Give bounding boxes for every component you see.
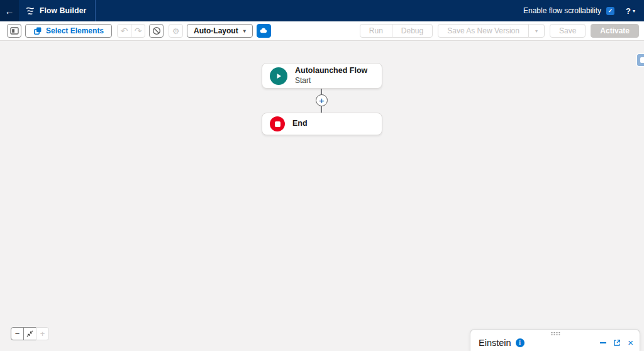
select-elements-button[interactable]: Select Elements	[25, 24, 112, 38]
save-as-new-version-button[interactable]: Save As New Version	[438, 24, 529, 38]
toggle-toolbox-button[interactable]	[7, 24, 21, 38]
activate-label: Activate	[600, 26, 630, 35]
undo-redo-group: ↶ ↷	[117, 24, 145, 38]
info-icon[interactable]: i	[516, 338, 525, 347]
einstein-panel-actions: ×	[600, 338, 633, 347]
start-node-text: Autolaunched Flow Start	[295, 66, 367, 86]
deactivate-flow-button[interactable]	[149, 24, 164, 38]
zoom-out-button[interactable]: −	[11, 327, 24, 340]
fit-to-view-button[interactable]	[23, 327, 36, 340]
end-node-title: End	[292, 119, 308, 129]
select-elements-label: Select Elements	[46, 26, 104, 35]
chevron-down-icon: ▾	[633, 8, 635, 14]
docked-panel-toggle-button[interactable]	[636, 53, 644, 67]
start-node-title: Autolaunched Flow	[295, 66, 367, 76]
back-button[interactable]: ←	[0, 0, 19, 21]
app-tab: Flow Builder	[19, 0, 96, 21]
zoom-in-button[interactable]: +	[36, 327, 49, 340]
debug-label: Debug	[401, 26, 423, 35]
gear-icon: ⚙	[172, 27, 180, 35]
chevron-down-icon: ▾	[243, 28, 246, 34]
scrollability-label: Enable flow scrollability	[523, 6, 601, 15]
einstein-panel-title: Einstein	[479, 338, 511, 348]
run-label: Run	[369, 26, 383, 35]
plus-icon: +	[319, 96, 325, 105]
start-play-icon	[270, 67, 287, 85]
end-stop-icon	[270, 116, 285, 131]
layout-select-value: Auto-Layout	[194, 26, 238, 35]
app-header: ← Flow Builder Enable flow scrollability…	[0, 0, 644, 21]
run-debug-group: Run Debug	[360, 24, 433, 38]
header-right: Enable flow scrollability ✓ ? ▾	[523, 6, 644, 16]
checkmark-icon: ✓	[608, 8, 613, 14]
docked-panel-icon	[640, 57, 644, 63]
flow-builder-logo-icon	[25, 6, 35, 16]
select-elements-icon	[33, 26, 42, 35]
collapse-arrows-icon	[26, 330, 33, 337]
help-icon: ?	[626, 6, 631, 16]
panel-toggle-icon	[10, 27, 19, 35]
minimize-icon[interactable]	[600, 342, 606, 343]
save-as-menu-button[interactable]: ▾	[528, 24, 545, 38]
help-menu-button[interactable]: ? ▾	[626, 6, 635, 16]
save-as-group: Save As New Version ▾	[438, 24, 545, 38]
save-as-new-version-label: Save As New Version	[447, 26, 519, 35]
undo-button[interactable]: ↶	[117, 24, 131, 38]
end-node[interactable]: End	[262, 113, 382, 135]
layout-select[interactable]: Auto-Layout ▾	[187, 24, 253, 38]
flow-settings-button[interactable]: ⚙	[169, 24, 183, 38]
toolbar-left: Select Elements ↶ ↷ ⚙ Auto-Layout ▾	[7, 24, 271, 38]
start-node-subtitle: Start	[295, 76, 367, 86]
debug-button[interactable]: Debug	[392, 24, 433, 38]
einstein-toggle-button[interactable]	[257, 24, 271, 38]
close-icon[interactable]: ×	[628, 338, 633, 347]
toolbar-right: Run Debug Save As New Version ▾ Save Act…	[360, 24, 639, 38]
start-node[interactable]: Autolaunched Flow Start	[262, 63, 382, 89]
activate-button[interactable]: Activate	[591, 24, 639, 38]
plus-icon: +	[40, 329, 45, 338]
zoom-controls: − +	[11, 327, 49, 340]
back-arrow-icon: ←	[5, 6, 14, 16]
einstein-cloud-icon	[259, 26, 268, 35]
einstein-panel: Einstein i ×	[470, 329, 640, 351]
minus-icon: −	[15, 329, 20, 338]
ban-icon	[152, 26, 161, 35]
undo-icon: ↶	[121, 26, 128, 35]
flow-canvas[interactable]: Autolaunched Flow Start + End − +	[0, 42, 644, 351]
add-element-button[interactable]: +	[316, 94, 328, 106]
flow-toolbar: Select Elements ↶ ↷ ⚙ Auto-Layout ▾	[0, 21, 644, 41]
popout-icon[interactable]	[613, 339, 621, 347]
drag-handle-icon[interactable]	[550, 332, 560, 335]
chevron-down-icon: ▾	[535, 28, 538, 34]
save-button[interactable]: Save	[550, 24, 586, 38]
redo-button[interactable]: ↷	[131, 24, 145, 38]
redo-icon: ↷	[135, 26, 142, 35]
run-button[interactable]: Run	[360, 24, 392, 38]
scrollability-checkbox[interactable]: ✓	[606, 7, 614, 15]
app-title: Flow Builder	[40, 6, 86, 15]
save-label: Save	[559, 26, 576, 35]
